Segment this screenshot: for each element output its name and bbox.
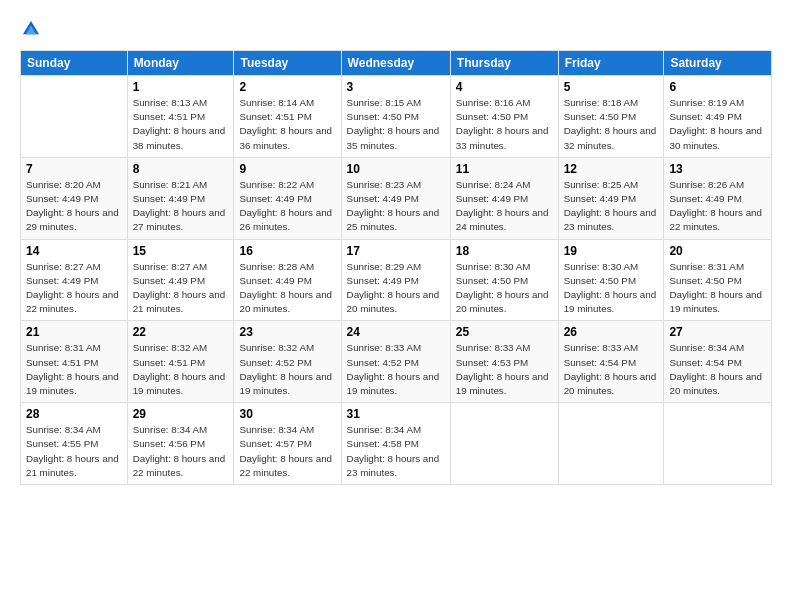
day-number: 7	[26, 162, 122, 176]
day-header-sunday: Sunday	[21, 51, 128, 76]
calendar-cell: 4Sunrise: 8:16 AMSunset: 4:50 PMDaylight…	[450, 76, 558, 158]
day-info: Sunrise: 8:30 AMSunset: 4:50 PMDaylight:…	[564, 260, 659, 317]
day-header-monday: Monday	[127, 51, 234, 76]
day-number: 17	[347, 244, 445, 258]
day-number: 3	[347, 80, 445, 94]
day-number: 16	[239, 244, 335, 258]
calendar-cell: 22Sunrise: 8:32 AMSunset: 4:51 PMDayligh…	[127, 321, 234, 403]
day-info: Sunrise: 8:19 AMSunset: 4:49 PMDaylight:…	[669, 96, 766, 153]
day-info: Sunrise: 8:29 AMSunset: 4:49 PMDaylight:…	[347, 260, 445, 317]
week-row-2: 7Sunrise: 8:20 AMSunset: 4:49 PMDaylight…	[21, 157, 772, 239]
day-info: Sunrise: 8:34 AMSunset: 4:58 PMDaylight:…	[347, 423, 445, 480]
day-info: Sunrise: 8:24 AMSunset: 4:49 PMDaylight:…	[456, 178, 553, 235]
calendar-cell: 6Sunrise: 8:19 AMSunset: 4:49 PMDaylight…	[664, 76, 772, 158]
calendar-cell	[21, 76, 128, 158]
calendar-cell: 23Sunrise: 8:32 AMSunset: 4:52 PMDayligh…	[234, 321, 341, 403]
calendar-cell: 7Sunrise: 8:20 AMSunset: 4:49 PMDaylight…	[21, 157, 128, 239]
day-number: 10	[347, 162, 445, 176]
page-header	[20, 18, 772, 40]
day-number: 30	[239, 407, 335, 421]
calendar-cell: 12Sunrise: 8:25 AMSunset: 4:49 PMDayligh…	[558, 157, 664, 239]
calendar-cell	[450, 403, 558, 485]
day-info: Sunrise: 8:27 AMSunset: 4:49 PMDaylight:…	[133, 260, 229, 317]
day-header-tuesday: Tuesday	[234, 51, 341, 76]
day-number: 5	[564, 80, 659, 94]
calendar-cell: 31Sunrise: 8:34 AMSunset: 4:58 PMDayligh…	[341, 403, 450, 485]
calendar-cell: 9Sunrise: 8:22 AMSunset: 4:49 PMDaylight…	[234, 157, 341, 239]
day-header-friday: Friday	[558, 51, 664, 76]
day-number: 18	[456, 244, 553, 258]
calendar-cell: 25Sunrise: 8:33 AMSunset: 4:53 PMDayligh…	[450, 321, 558, 403]
day-number: 1	[133, 80, 229, 94]
day-info: Sunrise: 8:32 AMSunset: 4:51 PMDaylight:…	[133, 341, 229, 398]
calendar-cell: 11Sunrise: 8:24 AMSunset: 4:49 PMDayligh…	[450, 157, 558, 239]
day-info: Sunrise: 8:34 AMSunset: 4:55 PMDaylight:…	[26, 423, 122, 480]
calendar-header-row: SundayMondayTuesdayWednesdayThursdayFrid…	[21, 51, 772, 76]
calendar-cell: 13Sunrise: 8:26 AMSunset: 4:49 PMDayligh…	[664, 157, 772, 239]
calendar-cell: 30Sunrise: 8:34 AMSunset: 4:57 PMDayligh…	[234, 403, 341, 485]
day-number: 8	[133, 162, 229, 176]
day-header-thursday: Thursday	[450, 51, 558, 76]
day-number: 24	[347, 325, 445, 339]
calendar-cell: 8Sunrise: 8:21 AMSunset: 4:49 PMDaylight…	[127, 157, 234, 239]
calendar-cell: 1Sunrise: 8:13 AMSunset: 4:51 PMDaylight…	[127, 76, 234, 158]
calendar-cell: 16Sunrise: 8:28 AMSunset: 4:49 PMDayligh…	[234, 239, 341, 321]
day-info: Sunrise: 8:18 AMSunset: 4:50 PMDaylight:…	[564, 96, 659, 153]
calendar-cell: 29Sunrise: 8:34 AMSunset: 4:56 PMDayligh…	[127, 403, 234, 485]
day-number: 25	[456, 325, 553, 339]
week-row-5: 28Sunrise: 8:34 AMSunset: 4:55 PMDayligh…	[21, 403, 772, 485]
day-info: Sunrise: 8:21 AMSunset: 4:49 PMDaylight:…	[133, 178, 229, 235]
day-number: 19	[564, 244, 659, 258]
day-number: 4	[456, 80, 553, 94]
day-number: 15	[133, 244, 229, 258]
calendar-cell: 20Sunrise: 8:31 AMSunset: 4:50 PMDayligh…	[664, 239, 772, 321]
day-number: 21	[26, 325, 122, 339]
day-number: 23	[239, 325, 335, 339]
day-number: 12	[564, 162, 659, 176]
day-number: 11	[456, 162, 553, 176]
calendar-table: SundayMondayTuesdayWednesdayThursdayFrid…	[20, 50, 772, 485]
logo	[20, 18, 46, 40]
day-info: Sunrise: 8:25 AMSunset: 4:49 PMDaylight:…	[564, 178, 659, 235]
day-info: Sunrise: 8:34 AMSunset: 4:56 PMDaylight:…	[133, 423, 229, 480]
day-info: Sunrise: 8:34 AMSunset: 4:57 PMDaylight:…	[239, 423, 335, 480]
day-info: Sunrise: 8:13 AMSunset: 4:51 PMDaylight:…	[133, 96, 229, 153]
day-info: Sunrise: 8:31 AMSunset: 4:50 PMDaylight:…	[669, 260, 766, 317]
day-info: Sunrise: 8:27 AMSunset: 4:49 PMDaylight:…	[26, 260, 122, 317]
day-info: Sunrise: 8:31 AMSunset: 4:51 PMDaylight:…	[26, 341, 122, 398]
calendar-cell: 17Sunrise: 8:29 AMSunset: 4:49 PMDayligh…	[341, 239, 450, 321]
day-number: 13	[669, 162, 766, 176]
day-info: Sunrise: 8:30 AMSunset: 4:50 PMDaylight:…	[456, 260, 553, 317]
day-info: Sunrise: 8:34 AMSunset: 4:54 PMDaylight:…	[669, 341, 766, 398]
day-info: Sunrise: 8:23 AMSunset: 4:49 PMDaylight:…	[347, 178, 445, 235]
day-number: 2	[239, 80, 335, 94]
day-info: Sunrise: 8:33 AMSunset: 4:54 PMDaylight:…	[564, 341, 659, 398]
day-info: Sunrise: 8:20 AMSunset: 4:49 PMDaylight:…	[26, 178, 122, 235]
calendar-body: 1Sunrise: 8:13 AMSunset: 4:51 PMDaylight…	[21, 76, 772, 485]
day-number: 22	[133, 325, 229, 339]
calendar-cell: 27Sunrise: 8:34 AMSunset: 4:54 PMDayligh…	[664, 321, 772, 403]
day-info: Sunrise: 8:14 AMSunset: 4:51 PMDaylight:…	[239, 96, 335, 153]
day-info: Sunrise: 8:26 AMSunset: 4:49 PMDaylight:…	[669, 178, 766, 235]
day-info: Sunrise: 8:16 AMSunset: 4:50 PMDaylight:…	[456, 96, 553, 153]
calendar-cell: 26Sunrise: 8:33 AMSunset: 4:54 PMDayligh…	[558, 321, 664, 403]
day-number: 9	[239, 162, 335, 176]
calendar-cell: 21Sunrise: 8:31 AMSunset: 4:51 PMDayligh…	[21, 321, 128, 403]
calendar-cell: 14Sunrise: 8:27 AMSunset: 4:49 PMDayligh…	[21, 239, 128, 321]
day-info: Sunrise: 8:15 AMSunset: 4:50 PMDaylight:…	[347, 96, 445, 153]
day-header-wednesday: Wednesday	[341, 51, 450, 76]
calendar-cell	[558, 403, 664, 485]
day-info: Sunrise: 8:33 AMSunset: 4:52 PMDaylight:…	[347, 341, 445, 398]
calendar-cell: 3Sunrise: 8:15 AMSunset: 4:50 PMDaylight…	[341, 76, 450, 158]
day-number: 14	[26, 244, 122, 258]
day-number: 26	[564, 325, 659, 339]
calendar-cell	[664, 403, 772, 485]
calendar-cell: 18Sunrise: 8:30 AMSunset: 4:50 PMDayligh…	[450, 239, 558, 321]
day-number: 20	[669, 244, 766, 258]
day-info: Sunrise: 8:32 AMSunset: 4:52 PMDaylight:…	[239, 341, 335, 398]
day-number: 29	[133, 407, 229, 421]
calendar-cell: 15Sunrise: 8:27 AMSunset: 4:49 PMDayligh…	[127, 239, 234, 321]
day-info: Sunrise: 8:33 AMSunset: 4:53 PMDaylight:…	[456, 341, 553, 398]
week-row-3: 14Sunrise: 8:27 AMSunset: 4:49 PMDayligh…	[21, 239, 772, 321]
day-number: 6	[669, 80, 766, 94]
